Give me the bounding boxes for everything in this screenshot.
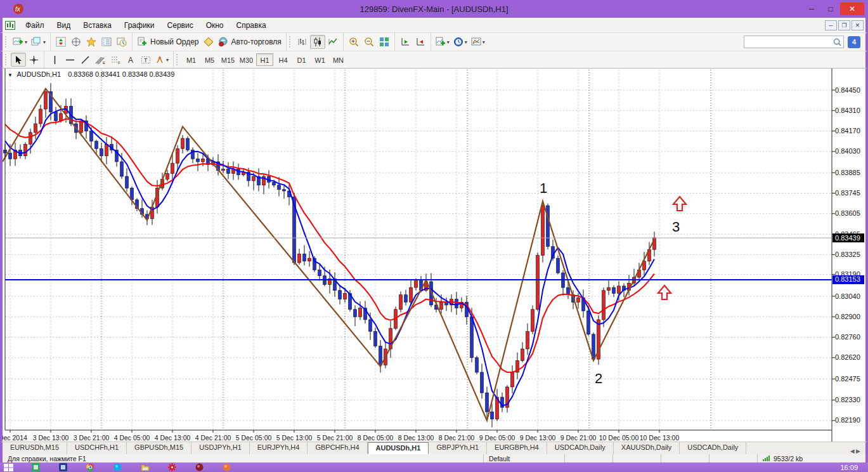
timeframe-m5[interactable]: M5 bbox=[201, 53, 218, 66]
svg-text:5 Dec 21:00: 5 Dec 21:00 bbox=[317, 434, 353, 442]
channel-tool-button[interactable]: E bbox=[93, 53, 108, 67]
toolbar-grip[interactable] bbox=[5, 36, 8, 48]
blue-app-icon[interactable] bbox=[58, 464, 68, 471]
timeframe-h1[interactable]: H1 bbox=[256, 53, 273, 66]
chart-shift-icon bbox=[415, 37, 425, 47]
trendline-tool-button[interactable] bbox=[77, 53, 93, 67]
timeframe-h4[interactable]: H4 bbox=[275, 53, 292, 66]
timeframe-d1[interactable]: D1 bbox=[293, 53, 310, 66]
search-input[interactable] bbox=[744, 36, 844, 48]
tile-windows-button[interactable] bbox=[377, 35, 392, 49]
tab-scroll-arrows[interactable]: ◀ ▶ bbox=[850, 448, 865, 454]
tab-eurjpyh-h4[interactable]: EURJPYh,H4 bbox=[250, 442, 308, 454]
close-button[interactable]: ✕ bbox=[840, 3, 864, 15]
child-close-button[interactable]: ✕ bbox=[852, 20, 864, 30]
search-icon[interactable] bbox=[833, 38, 841, 46]
tab-eurusdh-m15[interactable]: EURUSDh,M15 bbox=[3, 442, 67, 454]
menu-окно[interactable]: Окно bbox=[200, 19, 230, 32]
red-gear-icon[interactable] bbox=[167, 464, 177, 471]
dark-red-circle-icon[interactable] bbox=[195, 464, 204, 471]
candlestick-chart-button[interactable] bbox=[310, 35, 325, 49]
market-watch-button[interactable] bbox=[53, 35, 68, 49]
crosshair-tool-button[interactable] bbox=[26, 53, 41, 67]
chevron-down-icon: ▼ bbox=[8, 72, 13, 78]
child-minimize-button[interactable]: ─ bbox=[825, 20, 837, 30]
chevron-down-icon: ▾ bbox=[447, 39, 450, 45]
profiles-button[interactable]: ▾ bbox=[29, 35, 48, 49]
navigator-button[interactable] bbox=[84, 35, 99, 49]
timeframe-m15[interactable]: M15 bbox=[219, 53, 236, 66]
text-tool-button[interactable]: A bbox=[123, 53, 138, 67]
chrome-icon[interactable] bbox=[86, 464, 95, 471]
menu-графики[interactable]: Графики bbox=[118, 19, 161, 32]
arrows-tool-button[interactable]: ▾ bbox=[153, 53, 171, 67]
minimize-button[interactable]: ─ bbox=[802, 3, 821, 15]
new-chart-button[interactable]: ▾ bbox=[11, 35, 29, 49]
new-order-icon bbox=[137, 37, 148, 47]
menu-вставка[interactable]: Вставка bbox=[77, 19, 118, 32]
tab-gbpchfh-h4[interactable]: GBPCHFh,H4 bbox=[308, 442, 367, 454]
indicators-button[interactable]: ▾ bbox=[434, 35, 451, 49]
green-bag-icon[interactable] bbox=[31, 464, 41, 471]
label-tool-button[interactable]: T bbox=[138, 53, 153, 67]
start-button[interactable] bbox=[4, 464, 13, 471]
chart-shift-button[interactable] bbox=[413, 35, 428, 49]
fibonacci-tool-button[interactable]: F bbox=[108, 53, 123, 67]
tab-usdchfh-h1[interactable]: USDCHFh,H1 bbox=[67, 442, 127, 454]
skype-icon[interactable] bbox=[113, 464, 122, 471]
auto-scroll-button[interactable] bbox=[398, 35, 413, 49]
tab-usdcadh-daily[interactable]: USDCADh,Daily bbox=[680, 442, 746, 454]
tab-usdjpyh-h1[interactable]: USDJPYh,H1 bbox=[191, 442, 250, 454]
orange-circle-icon[interactable] bbox=[222, 464, 231, 471]
auto-trading-label: Авто-торговля bbox=[231, 37, 282, 46]
strategy-tester-button[interactable] bbox=[114, 35, 129, 49]
vline-tool-button[interactable] bbox=[47, 53, 62, 67]
timeframe-m30[interactable]: M30 bbox=[238, 53, 255, 66]
zoom-in-button[interactable] bbox=[346, 35, 361, 49]
periods-button[interactable]: ▾ bbox=[451, 35, 469, 49]
svg-text:4 Dec 13:00: 4 Dec 13:00 bbox=[155, 434, 191, 442]
timeframe-w1[interactable]: W1 bbox=[311, 53, 328, 66]
toolbar-grip[interactable] bbox=[5, 54, 8, 65]
svg-text:3: 3 bbox=[672, 219, 680, 235]
data-window-button[interactable] bbox=[68, 35, 84, 49]
timeframe-mn[interactable]: MN bbox=[330, 53, 347, 66]
tab-eurgbph-h4[interactable]: EURGBPh,H4 bbox=[487, 442, 547, 454]
tab-gbpjpyh-h1[interactable]: GBPJPYh,H1 bbox=[429, 442, 487, 454]
menu-вид[interactable]: Вид bbox=[51, 19, 77, 32]
new-order-button[interactable]: Новый Ордер bbox=[135, 35, 200, 49]
tab-audusdh-h1[interactable]: AUDUSDh,H1 bbox=[368, 442, 429, 454]
hline-tool-button[interactable] bbox=[62, 53, 77, 67]
svg-text:fx: fx bbox=[15, 6, 21, 13]
tab-gbpusdh-m15[interactable]: GBPUSDh,M15 bbox=[127, 442, 191, 454]
status-cell bbox=[565, 454, 613, 462]
tab-xauusdh-daily[interactable]: XAUUSDh,Daily bbox=[614, 442, 680, 454]
chart-window: 0.844500.843100.841700.840300.838850.837… bbox=[0, 68, 868, 442]
cursor-tool-button[interactable] bbox=[11, 53, 26, 67]
chevron-down-icon: ▾ bbox=[166, 57, 169, 63]
auto-trading-button[interactable]: Авто-торговля bbox=[216, 35, 283, 49]
metaeditor-button[interactable] bbox=[201, 35, 216, 49]
terminal-button[interactable] bbox=[99, 35, 114, 49]
toolbar-grip[interactable] bbox=[176, 54, 179, 65]
notifications-badge[interactable]: 4 bbox=[848, 36, 860, 48]
templates-button[interactable]: ▾ bbox=[469, 35, 487, 49]
timeframe-m1[interactable]: M1 bbox=[183, 53, 200, 66]
svg-text:4 Dec 05:00: 4 Dec 05:00 bbox=[114, 434, 150, 442]
bar-chart-button[interactable] bbox=[295, 35, 310, 49]
menu-файл[interactable]: Файл bbox=[19, 19, 51, 32]
line-chart-icon bbox=[328, 37, 338, 47]
chart-svg[interactable]: 0.844500.843100.841700.840300.838850.837… bbox=[3, 69, 865, 442]
tab-usdcadh-daily[interactable]: USDCADh,Daily bbox=[547, 442, 614, 454]
zoom-out-button[interactable] bbox=[361, 35, 377, 49]
child-restore-button[interactable]: ❐ bbox=[838, 20, 850, 30]
toolbar-grip[interactable] bbox=[289, 36, 292, 48]
folder-icon[interactable] bbox=[140, 464, 150, 471]
line-chart-button[interactable] bbox=[325, 35, 340, 49]
status-connection: 9533/2 kb bbox=[758, 454, 865, 462]
zoom-in-icon bbox=[349, 37, 359, 47]
status-profile[interactable]: Default bbox=[484, 454, 565, 462]
menu-справка[interactable]: Справка bbox=[230, 19, 273, 32]
maximize-button[interactable]: □ bbox=[821, 3, 840, 15]
menu-сервис[interactable]: Сервис bbox=[161, 19, 200, 32]
